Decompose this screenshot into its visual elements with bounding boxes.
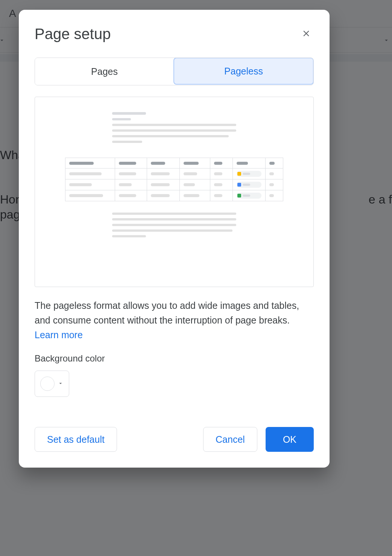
tab-pageless[interactable]: Pageless xyxy=(173,58,314,85)
close-icon xyxy=(301,29,311,39)
pageless-preview xyxy=(35,97,314,287)
preview-text-block xyxy=(112,112,236,146)
dialog-footer: Set as default Cancel OK xyxy=(35,427,314,452)
preview-table xyxy=(65,158,283,201)
ok-button[interactable]: OK xyxy=(266,427,314,452)
description-text: The pageless format allows you to add wi… xyxy=(35,300,299,325)
background-color-label: Background color xyxy=(35,353,314,364)
dialog-header: Page setup xyxy=(35,26,314,43)
preview-text-block-lower xyxy=(112,213,236,241)
chevron-down-icon xyxy=(58,380,64,387)
learn-more-link[interactable]: Learn more xyxy=(35,330,83,340)
dialog-title: Page setup xyxy=(35,26,111,43)
tab-pages[interactable]: Pages xyxy=(35,58,174,85)
color-swatch xyxy=(40,377,55,391)
background-color-picker[interactable] xyxy=(35,371,69,397)
cancel-button[interactable]: Cancel xyxy=(203,427,257,452)
set-as-default-button[interactable]: Set as default xyxy=(35,427,117,452)
close-button[interactable] xyxy=(299,27,314,42)
page-setup-dialog: Page setup Pages Pageless xyxy=(19,10,330,468)
pageless-description: The pageless format allows you to add wi… xyxy=(35,298,314,342)
tabs-container: Pages Pageless xyxy=(35,58,314,85)
